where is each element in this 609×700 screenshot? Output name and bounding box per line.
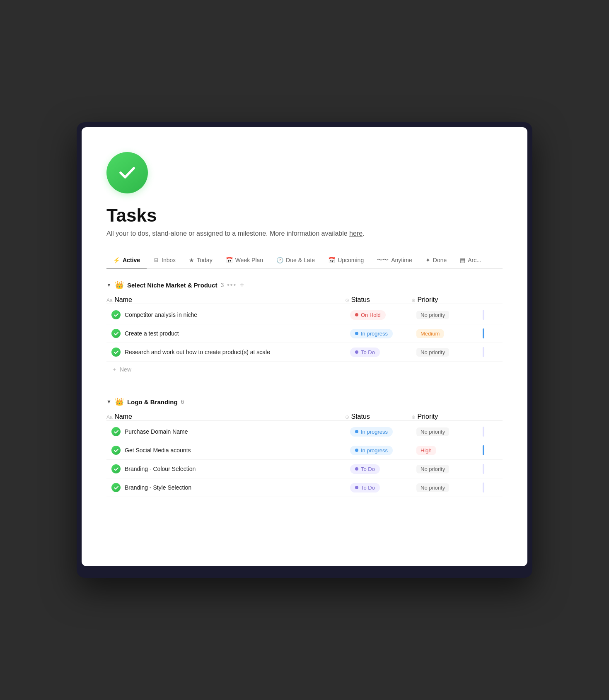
section-more-niche[interactable]: ••• xyxy=(227,281,237,289)
table-row[interactable]: Branding - Colour Selection To Do No pri… xyxy=(106,460,503,478)
task-priority-cell[interactable]: Medium xyxy=(411,325,478,342)
tabs-nav: ⚡ Active 🖥 Inbox ★ Today 📅 Week Plan 🕐 D… xyxy=(106,252,503,269)
lightning-icon: ⚡ xyxy=(113,257,120,263)
task-status-cell[interactable]: To Do xyxy=(345,460,411,478)
col-header-extra-branding xyxy=(478,413,503,420)
task-priority-cell[interactable]: No priority xyxy=(411,423,478,440)
task-status-cell[interactable]: To Do xyxy=(345,479,411,497)
checkmark-icon xyxy=(116,161,139,184)
table-row[interactable]: Get Social Media acounts In progress Hig… xyxy=(106,441,503,460)
task-check-icon[interactable] xyxy=(111,446,121,455)
inbox-icon: 🖥 xyxy=(153,257,159,263)
tab-active[interactable]: ⚡ Active xyxy=(106,252,147,269)
task-status-cell[interactable]: In progress xyxy=(345,442,411,459)
priority-badge: High xyxy=(416,446,436,455)
tab-week-plan[interactable]: 📅 Week Plan xyxy=(219,252,270,269)
description-link[interactable]: here xyxy=(349,230,362,237)
status-badge: In progress xyxy=(350,427,393,437)
section-toggle-niche[interactable]: ▼ xyxy=(106,282,111,288)
task-check-icon[interactable] xyxy=(111,427,121,436)
row-indicator xyxy=(483,347,484,357)
task-check-icon[interactable] xyxy=(111,483,121,492)
task-name-cell: Get Social Media acounts xyxy=(106,442,345,459)
task-status-cell[interactable]: In progress xyxy=(345,325,411,343)
tab-anytime[interactable]: 〜〜 Anytime xyxy=(370,252,419,269)
task-name: Get Social Media acounts xyxy=(125,447,191,454)
status-dot xyxy=(355,486,358,489)
task-extra-cell xyxy=(478,422,503,441)
task-extra-cell xyxy=(478,306,503,324)
table-row[interactable]: Purchase Domain Name In progress No prio… xyxy=(106,422,503,441)
section-logo-branding: ▼ 👑 Logo & Branding 6 Aa Name ⊙ Status ⊕… xyxy=(106,397,503,497)
task-name: Research and work out how to create prod… xyxy=(125,349,270,355)
task-name-cell: Purchase Domain Name xyxy=(106,423,345,440)
task-priority-cell[interactable]: No priority xyxy=(411,307,478,323)
wave-icon: 〜〜 xyxy=(377,256,389,264)
table-row[interactable]: Research and work out how to create prod… xyxy=(106,343,503,362)
row-indicator xyxy=(483,310,484,320)
star-icon: ★ xyxy=(189,257,194,263)
tab-upcoming[interactable]: 📅 Upcoming xyxy=(321,252,370,269)
status-badge: To Do xyxy=(350,348,380,357)
row-indicator xyxy=(483,328,484,338)
status-dot xyxy=(355,350,358,354)
col-headers-niche: Aa Name ⊙ Status ⊕ Priority xyxy=(106,296,503,304)
col-header-status-niche: ⊙ Status xyxy=(345,296,411,304)
section-header-niche: ▼ 👑 Select Niche Market & Product 3 ••• … xyxy=(106,280,503,290)
task-check-icon[interactable] xyxy=(111,348,121,357)
status-badge: To Do xyxy=(350,483,380,492)
priority-badge: No priority xyxy=(416,465,449,473)
task-status-cell[interactable]: On Hold xyxy=(345,306,411,324)
page-description: All your to dos, stand-alone or assigned… xyxy=(106,230,503,237)
section-add-niche[interactable]: + xyxy=(240,281,244,290)
row-indicator xyxy=(483,445,484,455)
task-extra-cell xyxy=(478,324,503,343)
task-name-cell: Competitor analysis in niche xyxy=(106,306,345,323)
task-name: Competitor analysis in niche xyxy=(125,311,197,318)
row-indicator xyxy=(483,427,484,437)
task-name: Branding - Style Selection xyxy=(125,484,191,491)
status-dot xyxy=(355,449,358,452)
table-row[interactable]: Branding - Style Selection To Do No prio… xyxy=(106,478,503,497)
task-check-icon[interactable] xyxy=(111,329,121,338)
status-dot xyxy=(355,313,358,316)
tab-archive[interactable]: ▤ Arc... xyxy=(453,252,488,269)
task-priority-cell[interactable]: No priority xyxy=(411,344,478,361)
task-check-icon[interactable] xyxy=(111,464,121,473)
table-row[interactable]: Competitor analysis in niche On Hold No … xyxy=(106,306,503,324)
add-row-plus-icon: ＋ xyxy=(111,366,117,373)
row-indicator xyxy=(483,464,484,474)
section-count-branding: 6 xyxy=(181,398,184,405)
task-name: Purchase Domain Name xyxy=(125,428,188,435)
task-extra-cell xyxy=(478,478,503,497)
task-priority-cell[interactable]: No priority xyxy=(411,461,478,478)
add-new-task-niche[interactable]: ＋ New xyxy=(106,362,503,377)
task-status-cell[interactable]: In progress xyxy=(345,423,411,441)
task-check-icon[interactable] xyxy=(111,310,121,319)
task-priority-cell[interactable]: No priority xyxy=(411,479,478,496)
status-dot xyxy=(355,332,358,335)
task-status-cell[interactable]: To Do xyxy=(345,343,411,361)
tab-inbox[interactable]: 🖥 Inbox xyxy=(147,252,182,269)
tab-today[interactable]: ★ Today xyxy=(182,252,219,269)
page-icon xyxy=(106,152,148,193)
section-count-niche: 3 xyxy=(220,282,224,288)
task-extra-cell xyxy=(478,460,503,478)
section-toggle-branding[interactable]: ▼ xyxy=(106,399,111,405)
task-name-cell: Branding - Style Selection xyxy=(106,479,345,496)
tab-done[interactable]: ✦ Done xyxy=(419,252,453,269)
tab-due-late[interactable]: 🕐 Due & Late xyxy=(270,252,321,269)
status-badge: In progress xyxy=(350,446,393,455)
col-headers-branding: Aa Name ⊙ Status ⊕ Priority xyxy=(106,413,503,421)
row-indicator xyxy=(483,483,484,492)
task-name: Branding - Colour Selection xyxy=(125,466,196,472)
calendar-icon: 📅 xyxy=(226,257,233,263)
table-row[interactable]: Create a test product In progress Medium xyxy=(106,324,503,343)
task-priority-cell[interactable]: High xyxy=(411,442,478,459)
col-header-name-branding: Aa Name xyxy=(106,413,345,420)
task-extra-cell xyxy=(478,441,503,459)
status-badge: In progress xyxy=(350,329,393,338)
priority-badge: No priority xyxy=(416,427,449,436)
status-badge: On Hold xyxy=(350,310,386,320)
status-col-icon: ⊙ xyxy=(345,297,349,303)
